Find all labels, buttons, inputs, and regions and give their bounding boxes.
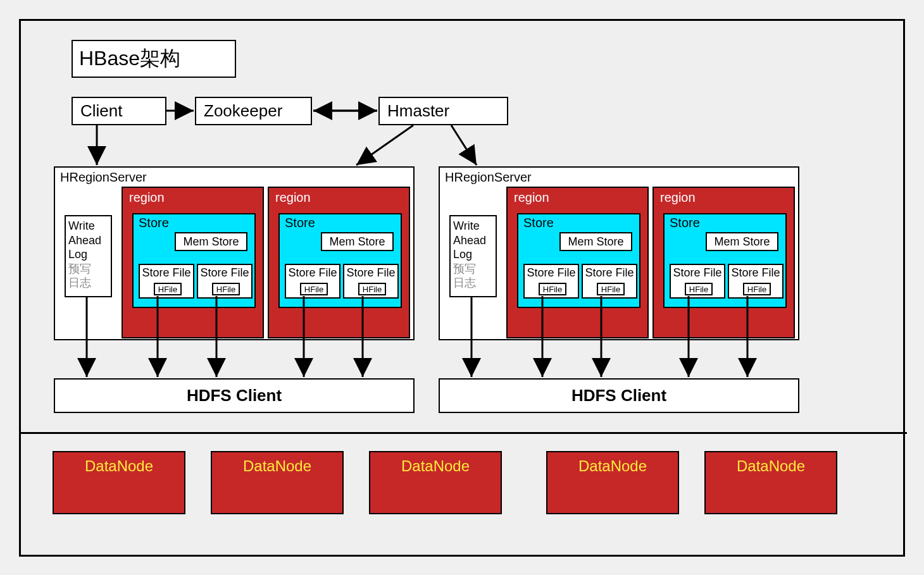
store-left-2: Store Mem Store Store File HFile Store F…	[278, 213, 402, 308]
hmaster-box: Hmaster	[378, 97, 508, 125]
store-right-1: Store Mem Store Store File HFile Store F…	[517, 213, 640, 308]
wal-r1: Write	[453, 219, 493, 233]
wal-r2: Ahead	[453, 233, 493, 248]
store-left-1-label: Store	[139, 216, 169, 230]
store-left-2-label: Store	[285, 216, 315, 230]
wal-l5: 日志	[68, 276, 108, 290]
hfile-left-1b: HFile	[212, 283, 240, 295]
region-left-1: region Store Mem Store Store File HFile …	[122, 187, 264, 338]
zookeeper-label: Zookeeper	[204, 101, 282, 121]
storefile-left-1b: Store File HFile	[197, 264, 253, 299]
memstore-right-1: Mem Store	[559, 232, 632, 251]
wal-r3: Log	[453, 247, 493, 262]
svg-line-4	[356, 125, 413, 165]
hfile-right-1b: HFile	[597, 283, 625, 295]
datanode-2: DataNode	[211, 451, 344, 514]
diagram-frame: HBase架构 Client Zookeeper Hmaster HRegion…	[19, 19, 905, 557]
client-label: Client	[80, 101, 122, 121]
wal-r5: 日志	[453, 276, 493, 290]
hfile-left-2a: HFile	[300, 283, 328, 295]
datanode-3: DataNode	[369, 451, 502, 514]
client-box: Client	[72, 97, 166, 125]
store-right-1-label: Store	[523, 216, 554, 230]
datanode-5: DataNode	[704, 451, 837, 514]
store-right-2-label: Store	[670, 216, 700, 230]
memstore-left-1: Mem Store	[175, 232, 247, 251]
store-right-2: Store Mem Store Store File HFile Store F…	[663, 213, 787, 308]
diagram-title: HBase架构	[72, 40, 236, 78]
wal-l4: 预写	[68, 262, 108, 276]
wal-r4: 预写	[453, 262, 493, 276]
region-right-1-label: region	[514, 190, 549, 205]
memstore-left-2: Mem Store	[321, 232, 394, 251]
storefile-right-2a: Store File HFile	[670, 264, 725, 299]
hfile-right-1a: HFile	[539, 283, 566, 295]
region-left-2: region Store Mem Store Store File HFile …	[268, 187, 410, 338]
region-left-2-label: region	[275, 190, 311, 205]
hdfs-client-right: HDFS Client	[439, 378, 799, 413]
datanode-divider	[21, 432, 907, 434]
zookeeper-box: Zookeeper	[195, 97, 312, 125]
wal-l1: Write	[68, 219, 108, 233]
hregionserver-left-label: HRegionServer	[60, 170, 147, 185]
svg-line-5	[451, 125, 477, 165]
region-left-1-label: region	[129, 190, 165, 205]
wal-right: Write Ahead Log 预写 日志	[449, 215, 497, 297]
hregionserver-left: HRegionServer Write Ahead Log 预写 日志 regi…	[54, 166, 415, 340]
region-right-2: region Store Mem Store Store File HFile …	[652, 187, 795, 338]
hmaster-label: Hmaster	[387, 101, 449, 121]
memstore-right-2: Mem Store	[706, 232, 778, 251]
storefile-left-1a: Store File HFile	[139, 264, 194, 299]
hfile-left-2b: HFile	[358, 283, 386, 295]
hregionserver-right: HRegionServer Write Ahead Log 预写 日志 regi…	[439, 166, 799, 340]
storefile-left-2b: Store File HFile	[343, 264, 399, 299]
storefile-left-2a: Store File HFile	[285, 264, 340, 299]
wal-l3: Log	[68, 247, 108, 262]
region-right-1: region Store Mem Store Store File HFile …	[506, 187, 649, 338]
store-left-1: Store Mem Store Store File HFile Store F…	[132, 213, 256, 308]
storefile-right-2b: Store File HFile	[728, 264, 784, 299]
hfile-right-2b: HFile	[743, 283, 771, 295]
hregionserver-right-label: HRegionServer	[445, 170, 532, 185]
wal-left: Write Ahead Log 预写 日志	[65, 215, 112, 297]
storefile-right-1a: Store File HFile	[523, 264, 579, 299]
storefile-right-1b: Store File HFile	[582, 264, 637, 299]
datanode-4: DataNode	[546, 451, 679, 514]
hfile-left-1a: HFile	[154, 283, 182, 295]
hfile-right-2a: HFile	[685, 283, 713, 295]
region-right-2-label: region	[660, 190, 696, 205]
title-text: HBase架构	[79, 45, 180, 73]
hdfs-client-left: HDFS Client	[54, 378, 415, 413]
wal-l2: Ahead	[68, 233, 108, 248]
datanode-1: DataNode	[53, 451, 185, 514]
